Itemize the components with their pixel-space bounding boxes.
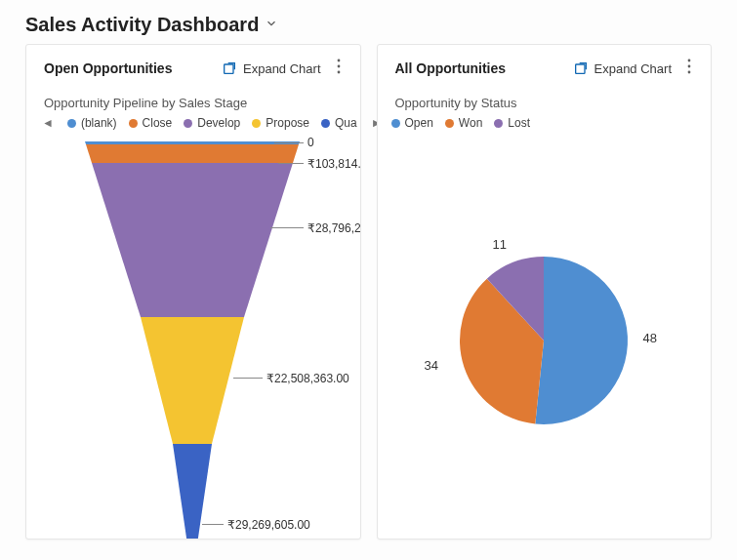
funnel-chart: 0 ₹103,814.00 ₹28,796,209.25 ₹22,508,363… [26,136,360,539]
page-title: Sales Activity Dashboard [25,14,259,36]
expand-chart-label: Expand Chart [243,61,321,76]
leader-line [278,163,304,164]
funnel-value-propose: ₹22,508,363.00 [266,372,349,385]
card-header: All Opportunities Expand Chart [378,45,712,86]
pie-value-open: 48 [643,331,657,345]
svg-marker-6 [92,163,293,317]
more-actions-button[interactable] [685,59,693,78]
more-actions-button[interactable] [335,59,343,78]
legend-dot-icon [67,119,76,128]
legend-dot-icon [321,119,330,128]
expand-chart-icon [573,60,589,76]
svg-point-2 [337,65,340,68]
expand-chart-button[interactable]: Expand Chart [573,60,673,76]
pie-value-lost: 11 [493,237,507,252]
legend-item-blank[interactable]: (blank) [67,116,117,130]
svg-point-3 [337,71,340,74]
leader-line [202,524,224,525]
legend-dot-icon [184,119,192,128]
card-actions: Expand Chart [573,59,694,78]
svg-point-1 [337,60,340,62]
svg-marker-7 [141,317,244,444]
svg-point-12 [688,71,691,74]
funnel-value-blank: 0 [307,136,314,149]
pie-value-won: 34 [425,358,438,373]
funnel-value-close: ₹103,814.00 [307,157,360,171]
legend-dot-icon [129,119,138,128]
legend-dot-icon [391,119,400,128]
leader-line [233,378,263,379]
legend-row: ◄ (blank) Close Develop Propose Qua ► [26,112,360,136]
svg-marker-4 [85,141,300,144]
card-title: Open Opportunities [44,60,172,76]
svg-rect-0 [225,64,233,73]
legend-item-qualify[interactable]: Qua [321,116,357,130]
legend-dot-icon [445,119,454,128]
expand-chart-button[interactable]: Expand Chart [222,60,321,76]
more-vertical-icon [337,59,341,74]
legend-dot-icon [494,119,503,128]
legend-item-propose[interactable]: Propose [252,116,309,130]
svg-point-10 [688,60,691,62]
funnel-value-develop: ₹28,796,209.25 [307,221,360,235]
leader-line [270,227,304,228]
legend-item-close[interactable]: Close [129,116,173,130]
chart-subtitle: Opportunity by Status [378,86,712,112]
legend-dot-icon [252,119,261,128]
more-vertical-icon [687,59,691,74]
card-all-opportunities: All Opportunities Expand Chart Opportuni… [377,44,713,540]
card-open-opportunities: Open Opportunities Expand Chart Opportun… [25,44,361,540]
chevron-down-icon[interactable] [265,17,278,34]
svg-marker-5 [86,144,299,163]
legend-item-open[interactable]: Open [391,116,433,130]
legend-item-lost[interactable]: Lost [494,116,530,130]
page-header: Sales Activity Dashboard [0,0,737,44]
pie-shape [446,243,641,438]
legend-item-develop[interactable]: Develop [184,116,240,130]
card-actions: Expand Chart [222,59,343,78]
card-title: All Opportunities [395,60,507,76]
legend-row: Open Won Lost [378,112,712,136]
svg-point-11 [688,65,691,68]
funnel-value-qualify: ₹29,269,605.00 [227,518,310,532]
chart-subtitle: Opportunity Pipeline by Sales Stage [26,86,360,112]
legend-item-won[interactable]: Won [445,116,482,130]
expand-chart-icon [222,60,237,76]
pie-chart: 48 34 11 [378,136,712,539]
card-header: Open Opportunities Expand Chart [26,45,360,86]
funnel-shape [65,141,319,539]
leader-line [274,142,304,143]
svg-rect-9 [575,64,584,73]
expand-chart-label: Expand Chart [594,61,673,76]
dashboard-grid: Open Opportunities Expand Chart Opportun… [0,44,737,540]
legend-prev-button[interactable]: ◄ [40,116,56,130]
